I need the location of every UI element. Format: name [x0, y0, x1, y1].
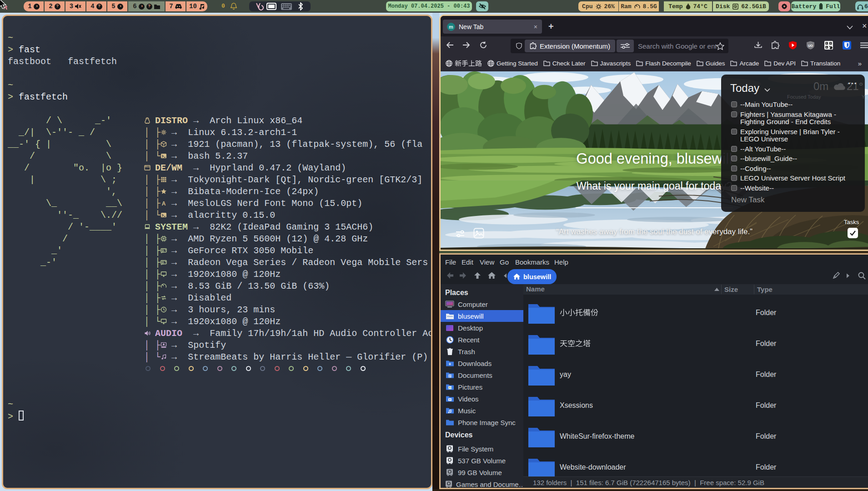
svg-text:A: A [162, 200, 166, 207]
svg-text:UO: UO [808, 44, 813, 47]
